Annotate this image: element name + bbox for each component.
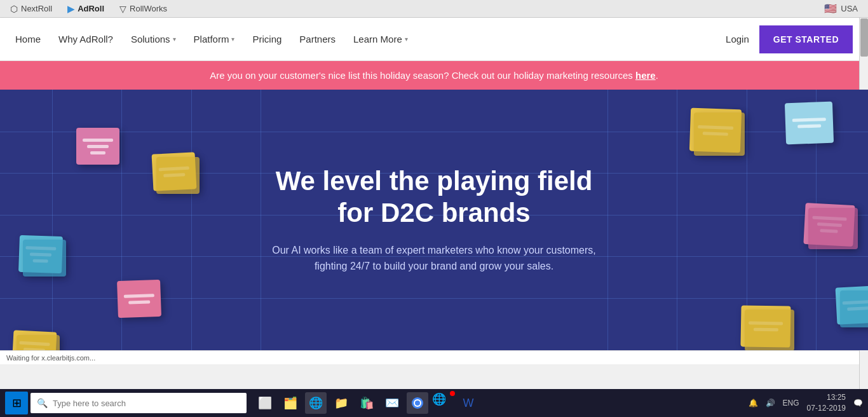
nextroll-label: NextRoll — [21, 4, 52, 13]
store2-icon[interactable]: 🛍️ — [356, 392, 377, 414]
time: 13:25 — [807, 392, 846, 403]
nav-learn-more[interactable]: Learn More ▾ — [353, 34, 408, 44]
rollworks-label: RollWorks — [130, 4, 167, 13]
search-input[interactable] — [53, 399, 240, 408]
taskbar-right: 🔔 🔊 ENG 13:25 07-12-2019 🗨️ — [749, 392, 863, 414]
volume-icon: 🔊 — [766, 399, 775, 407]
promo-banner: Are you on your customer's nice list thi… — [0, 61, 868, 90]
store-icon[interactable]: 🗂️ — [280, 392, 301, 414]
brand-nextroll[interactable]: ⬡ NextRoll — [10, 4, 52, 14]
edge-icon[interactable]: 🌐 — [305, 392, 327, 414]
nav-home[interactable]: Home — [15, 34, 41, 44]
navbar: Home Why AdRoll? Solutions ▾ Platform ▾ … — [0, 18, 868, 61]
nav-solutions[interactable]: Solutions ▾ — [131, 34, 176, 44]
chevron-down-icon: ▾ — [173, 36, 176, 43]
region-label: USA — [841, 4, 858, 13]
brand-rollworks[interactable]: ▽ RollWorks — [119, 4, 167, 14]
brand-bar: ⬡ NextRoll ▶ AdRoll ▽ RollWorks 🇺🇸 USA — [0, 0, 868, 18]
banner-text: Are you on your customer's nice list thi… — [210, 70, 635, 81]
nextroll-icon: ⬡ — [10, 4, 18, 14]
search-box[interactable]: 🔍 — [31, 393, 247, 413]
hero-subtitle: Our AI works like a team of expert marke… — [256, 242, 612, 275]
badge — [450, 391, 455, 396]
taskbar: ⊞ 🔍 ⬜ 🗂️ 🌐 📁 🛍️ ✉️ 🌐 W 🔔 🔊 ENG 13:25 07-… — [0, 389, 868, 417]
nav-platform[interactable]: Platform ▾ — [194, 34, 235, 44]
hero-section: We level the playing field for D2C brand… — [0, 90, 868, 350]
hero-title: We level the playing field for D2C brand… — [256, 165, 612, 229]
mail-icon[interactable]: ✉️ — [381, 392, 403, 414]
notification-center-icon[interactable]: 🗨️ — [853, 399, 863, 407]
language-label: ENG — [783, 399, 799, 407]
chevron-down-icon: ▾ — [231, 36, 234, 43]
start-button[interactable]: ⊞ — [5, 392, 28, 414]
get-started-button[interactable]: GET STARTED — [759, 25, 853, 53]
nav-links: Home Why AdRoll? Solutions ▾ Platform ▾ … — [15, 34, 726, 44]
clock: 13:25 07-12-2019 — [807, 392, 846, 414]
login-link[interactable]: Login — [726, 34, 749, 44]
region-selector[interactable]: 🇺🇸 USA — [824, 3, 858, 15]
nav-right: Login GET STARTED — [726, 25, 853, 53]
notification-icon[interactable]: 🌐 — [432, 392, 454, 414]
rollworks-icon: ▽ — [119, 4, 126, 14]
word-icon[interactable]: W — [458, 392, 479, 414]
search-icon: 🔍 — [37, 398, 48, 408]
date: 07-12-2019 — [807, 403, 846, 414]
hero-content: We level the playing field for D2C brand… — [243, 165, 625, 275]
adroll-icon: ▶ — [67, 4, 74, 14]
brand-adroll[interactable]: ▶ AdRoll — [67, 4, 104, 14]
nav-pricing[interactable]: Pricing — [252, 34, 281, 44]
nav-partners[interactable]: Partners — [299, 34, 336, 44]
taskview-icon[interactable]: ⬜ — [254, 392, 276, 414]
chrome-icon[interactable] — [407, 392, 428, 414]
svg-point-2 — [415, 400, 420, 406]
nav-why-adroll[interactable]: Why AdRoll? — [58, 34, 113, 44]
banner-suffix: . — [656, 70, 658, 81]
flag-icon: 🇺🇸 — [824, 3, 837, 15]
adroll-label: AdRoll — [78, 4, 104, 13]
banner-link[interactable]: here — [635, 70, 656, 81]
file-explorer-icon[interactable]: 📁 — [330, 392, 352, 414]
status-text: Waiting for x.clearbitjs.com... — [6, 354, 95, 362]
network-icon: 🔔 — [749, 399, 758, 407]
scrollbar-thumb[interactable] — [860, 18, 868, 57]
chevron-down-icon: ▾ — [405, 36, 408, 43]
taskbar-apps: ⬜ 🗂️ 🌐 📁 🛍️ ✉️ 🌐 W — [254, 392, 479, 414]
status-bar: Waiting for x.clearbitjs.com... — [0, 350, 868, 364]
